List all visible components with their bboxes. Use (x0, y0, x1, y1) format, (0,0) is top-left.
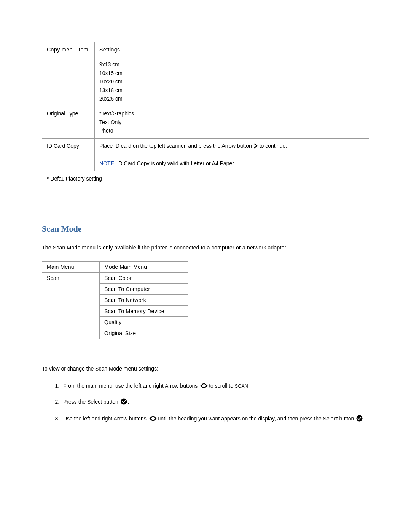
cell-id-card-label: ID Card Copy (42, 138, 95, 171)
cell-footnote: * Default factory setting (42, 171, 369, 186)
table-row-id-card-copy: ID Card Copy Place ID card on the top le… (42, 138, 369, 171)
table-row-footnote: * Default factory setting (42, 171, 369, 186)
arrow-right-icon (254, 142, 259, 151)
size-0: 9x13 cm (99, 61, 119, 67)
cell-empty (42, 57, 95, 106)
cell-original-type-options: *Text/Graphics Text Only Photo (95, 106, 369, 138)
id-card-text-before: Place ID card on the top left scanner, a… (99, 143, 253, 149)
select-button-icon (121, 398, 127, 407)
instructions-lead: To view or change the Scan Mode menu set… (42, 366, 369, 372)
step-1-after: to scroll to (209, 383, 235, 389)
scan-table-header-row: Main Menu Mode Main Menu (42, 262, 188, 273)
scan-item-4: Quality (100, 317, 188, 328)
scan-item-0: Scan Color (100, 273, 188, 284)
step-3: Use the left and right Arrow buttons unt… (61, 414, 369, 424)
scan-item-3: Scan To Memory Device (100, 306, 188, 317)
document-page: Copy menu item Settings 9x13 cm 10x15 cm… (0, 0, 411, 469)
scan-item-1: Scan To Computer (100, 284, 188, 295)
table-header-row: Copy menu item Settings (42, 42, 369, 57)
option-0: *Text/Graphics (99, 110, 134, 117)
step-1-before: From the main menu, use the left and rig… (63, 383, 199, 389)
scan-header-mode-main-menu: Mode Main Menu (100, 262, 188, 273)
step-1-period: . (248, 383, 250, 389)
id-card-text-after: to continue. (260, 143, 287, 149)
scan-mode-table: Main Menu Mode Main Menu Scan Scan Color… (42, 261, 188, 339)
note-label: NOTE: (99, 160, 116, 166)
scan-item-5: Original Size (100, 328, 188, 339)
size-3: 13x18 cm (99, 87, 123, 93)
step-3-period: . (363, 415, 365, 422)
scan-row-0: Scan Scan Color (42, 273, 188, 284)
step-1-target: SCAN (235, 383, 248, 389)
instruction-steps: From the main menu, use the left and rig… (42, 382, 369, 424)
table-row-original-type: Original Type *Text/Graphics Text Only P… (42, 106, 369, 138)
scan-left-value: Scan (42, 273, 100, 339)
cell-sizes: 9x13 cm 10x15 cm 10x20 cm 13x18 cm 20x25… (95, 57, 369, 106)
cell-original-type-label: Original Type (42, 106, 95, 138)
step-2: Press the Select button . (61, 398, 369, 407)
size-1: 10x15 cm (99, 70, 123, 76)
cell-id-card-text: Place ID card on the top left scanner, a… (95, 138, 369, 171)
copy-menu-table: Copy menu item Settings 9x13 cm 10x15 cm… (42, 42, 369, 186)
step-2-period: . (128, 399, 129, 405)
size-2: 10x20 cm (99, 78, 123, 85)
scan-mode-heading: Scan Mode (42, 224, 369, 234)
header-copy-menu-item: Copy menu item (42, 42, 95, 57)
left-right-arrows-icon (200, 382, 208, 391)
scan-mode-intro: The Scan Mode menu is only available if … (42, 244, 369, 251)
step-3-before: Use the left and right Arrow buttons (63, 415, 148, 422)
left-right-arrows-icon (149, 415, 157, 423)
note-text: ID Card Copy is only valid with Letter o… (116, 160, 235, 166)
option-2: Photo (99, 128, 113, 134)
size-4: 20x25 cm (99, 96, 123, 102)
table-row-sizes: 9x13 cm 10x15 cm 10x20 cm 13x18 cm 20x25… (42, 57, 369, 106)
step-2-before: Press the Select button (63, 399, 120, 405)
option-1: Text Only (99, 119, 121, 125)
header-settings: Settings (95, 42, 369, 57)
select-button-icon (356, 415, 363, 424)
step-3-mid: until the heading you want appears on th… (158, 415, 356, 422)
scan-header-main-menu: Main Menu (42, 262, 100, 273)
scan-item-2: Scan To Network (100, 295, 188, 306)
step-1: From the main menu, use the left and rig… (61, 382, 369, 391)
section-divider (42, 209, 369, 209)
